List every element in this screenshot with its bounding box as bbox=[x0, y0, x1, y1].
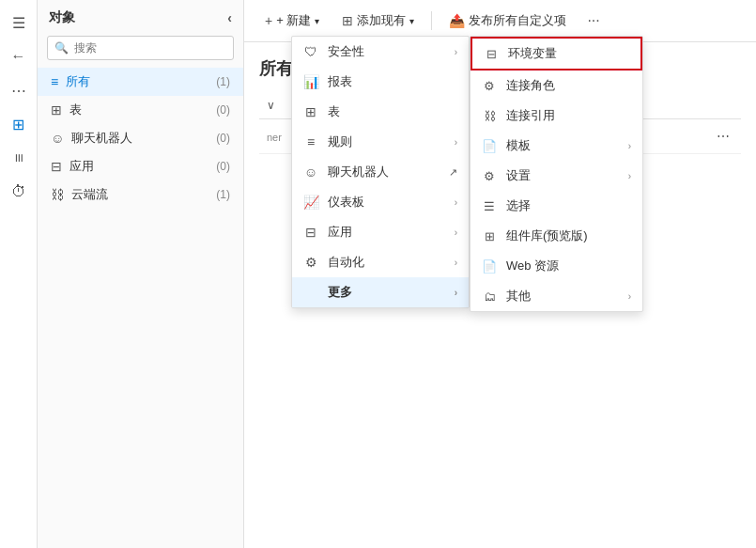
search-input[interactable] bbox=[47, 36, 234, 60]
table-icon: ⊞ bbox=[303, 104, 318, 119]
submenu-item-select[interactable]: ☰ 选择 bbox=[471, 191, 642, 221]
history-icon[interactable]: ⏱ bbox=[4, 177, 34, 207]
chevron-right-icon: › bbox=[628, 171, 631, 181]
submenu-item-connref[interactable]: ⛓ 连接引用 bbox=[471, 101, 642, 131]
report-icon: 📊 bbox=[303, 74, 318, 89]
app-icon: ⊟ bbox=[51, 159, 62, 174]
shield-icon: 🛡 bbox=[303, 44, 318, 59]
submenu-item-label: Web 资源 bbox=[506, 258, 631, 274]
chevron-right-icon: › bbox=[628, 291, 631, 302]
submenu-item-connrole[interactable]: ⚙ 连接角色 bbox=[471, 70, 642, 101]
submenu-item-label: 组件库(预览版) bbox=[506, 227, 631, 244]
table-icon: ⊞ bbox=[51, 102, 62, 117]
menu-item-app[interactable]: ⊟ 应用 › bbox=[292, 217, 469, 247]
sidebar-item-label: 云端流 bbox=[71, 186, 208, 203]
hamburger-icon[interactable]: ☰ bbox=[4, 8, 34, 38]
template-icon: 📄 bbox=[482, 139, 497, 153]
submenu-item-other[interactable]: 🗂 其他 › bbox=[471, 281, 642, 311]
chevron-right-icon: › bbox=[455, 47, 457, 57]
menu-item-dashboard[interactable]: 📈 仪表板 › bbox=[292, 187, 469, 217]
more-button[interactable]: ··· bbox=[579, 8, 607, 34]
publish-button[interactable]: 📤 发布所有自定义项 bbox=[440, 8, 576, 34]
sidebar-title: 对象 bbox=[49, 9, 75, 26]
submenu-item-webres[interactable]: 📄 Web 资源 bbox=[471, 251, 642, 281]
menu-item-label: 仪表板 bbox=[328, 194, 445, 211]
submenu-item-label: 设置 bbox=[506, 167, 619, 184]
webres-icon: 📄 bbox=[482, 259, 497, 274]
chevron-right-icon: › bbox=[628, 141, 631, 151]
external-icon: ↗ bbox=[449, 166, 457, 179]
publish-icon: 📤 bbox=[449, 13, 465, 28]
list-icon[interactable]: ≡ bbox=[4, 143, 34, 173]
menu-item-label: 应用 bbox=[328, 224, 445, 241]
sidebar-item-count: (1) bbox=[216, 188, 230, 201]
submenu-item-label: 选择 bbox=[506, 197, 631, 214]
sidebar-item-count: (0) bbox=[216, 103, 230, 117]
connrole-icon: ⚙ bbox=[482, 79, 497, 93]
new-button[interactable]: + + 新建 ▾ bbox=[255, 8, 329, 34]
sidebar-collapse-button[interactable]: ‹ bbox=[227, 10, 232, 25]
menu-item-label: 自动化 bbox=[328, 254, 445, 271]
sidebar-item-cloudflow[interactable]: ⛓ 云端流 (1) bbox=[38, 180, 243, 209]
menu-item-automation[interactable]: ⚙ 自动化 › bbox=[292, 247, 469, 277]
add-label: 添加现有 bbox=[357, 12, 406, 29]
left-toolbar: ☰ ← ⋯ ⊞ ≡ ⏱ bbox=[0, 0, 38, 548]
connref-icon: ⛓ bbox=[482, 109, 497, 123]
sidebar-nav: ≡ 所有 (1) ⊞ 表 (0) ☺ 聊天机器人 (0) ⊟ 应用 (0) ⛓ … bbox=[38, 68, 243, 548]
dots-vertical-icon[interactable]: ⋯ bbox=[4, 75, 34, 105]
select-icon: ☰ bbox=[482, 199, 497, 213]
menu-item-security[interactable]: 🛡 安全性 › bbox=[292, 37, 469, 67]
chatbot-icon: ☺ bbox=[51, 131, 64, 146]
menu-item-label: 表 bbox=[328, 103, 457, 120]
add-dropdown-icon: ▾ bbox=[409, 16, 414, 26]
sidebar-search-container: 🔍 bbox=[47, 36, 234, 60]
add-existing-button[interactable]: ⊞ 添加现有 ▾ bbox=[332, 8, 424, 34]
sidebar-header: 对象 ‹ bbox=[38, 0, 243, 36]
sidebar-item-all[interactable]: ≡ 所有 (1) bbox=[38, 68, 243, 96]
dashboard-icon: 📈 bbox=[303, 195, 318, 210]
sidebar-item-count: (0) bbox=[216, 160, 230, 173]
rule-icon: ≡ bbox=[303, 134, 318, 149]
column-header-chevron: ∨ bbox=[259, 91, 289, 119]
toolbar-separator bbox=[431, 11, 432, 30]
row-type-icon: ner bbox=[267, 132, 282, 143]
menu-item-label: 规则 bbox=[328, 133, 445, 150]
menu-item-more[interactable]: 更多 › bbox=[292, 277, 469, 307]
sidebar-item-chatbot[interactable]: ☺ 聊天机器人 (0) bbox=[38, 124, 243, 152]
submenu-item-envvar[interactable]: ⊟ 环境变量 bbox=[471, 37, 642, 70]
menu-item-rule[interactable]: ≡ 规则 › bbox=[292, 127, 469, 157]
row-action-more[interactable]: ⋯ bbox=[713, 127, 733, 146]
menu-item-table[interactable]: ⊞ 表 bbox=[292, 97, 469, 127]
automation-icon: ⚙ bbox=[303, 255, 318, 270]
submenu-item-label: 连接角色 bbox=[506, 77, 631, 94]
sidebar-item-label: 表 bbox=[69, 102, 208, 118]
menu-item-report[interactable]: 📊 报表 bbox=[292, 67, 469, 97]
menu-item-label: 安全性 bbox=[328, 43, 445, 60]
menu-item-chatbot[interactable]: ☺ 聊天机器人 ↗ bbox=[292, 157, 469, 187]
cloudflow-icon: ⛓ bbox=[51, 187, 64, 202]
chevron-right-icon: › bbox=[455, 197, 457, 208]
table-icon[interactable]: ⊞ bbox=[4, 109, 34, 139]
menu-item-label: 报表 bbox=[328, 73, 457, 90]
sidebar-item-label: 聊天机器人 bbox=[71, 130, 208, 147]
component-icon: ⊞ bbox=[482, 229, 497, 243]
chevron-down-icon: ∨ bbox=[267, 99, 275, 112]
new-label: + 新建 bbox=[276, 12, 311, 29]
chatbot-icon: ☺ bbox=[303, 164, 318, 180]
submenu-item-label: 模板 bbox=[506, 137, 619, 154]
sidebar-item-app[interactable]: ⊟ 应用 (0) bbox=[38, 152, 243, 180]
chevron-right-icon: › bbox=[455, 258, 457, 268]
envvar-icon: ⊟ bbox=[484, 47, 499, 61]
submenu-item-component[interactable]: ⊞ 组件库(预览版) bbox=[471, 221, 642, 251]
submenu-item-template[interactable]: 📄 模板 › bbox=[471, 131, 642, 161]
sidebar-item-count: (1) bbox=[216, 75, 230, 88]
submenu-item-settings[interactable]: ⚙ 设置 › bbox=[471, 161, 642, 191]
back-icon[interactable]: ← bbox=[4, 41, 34, 71]
submenu-item-label: 环境变量 bbox=[508, 45, 629, 62]
settings-icon: ⚙ bbox=[482, 169, 497, 183]
other-icon: 🗂 bbox=[482, 290, 497, 304]
submenu-item-label: 连接引用 bbox=[506, 107, 631, 124]
publish-label: 发布所有自定义项 bbox=[469, 12, 566, 29]
chevron-right-icon: › bbox=[455, 288, 457, 298]
sidebar-item-table[interactable]: ⊞ 表 (0) bbox=[38, 96, 243, 124]
